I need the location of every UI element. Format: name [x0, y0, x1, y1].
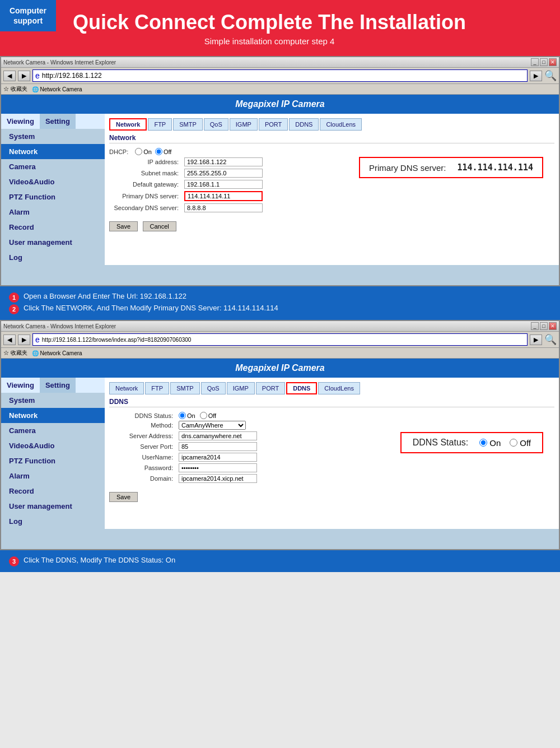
tab-igmp-1[interactable]: IGMP [230, 118, 258, 131]
sidebar-viewing-label-2[interactable]: Viewing [1, 378, 40, 393]
tab-ddns-2[interactable]: DDNS [286, 382, 317, 394]
dhcp-on-radio-1[interactable]: On [135, 148, 152, 155]
instruction-text-2: Click The NETWORK, And Then Modify Prima… [24, 304, 278, 312]
bookmarks-bar-2: ☆ 收藏夹 🌐 Network Camera [1, 348, 559, 359]
tab-network-2[interactable]: Network [109, 382, 144, 394]
ddns-callout-on[interactable]: On [479, 438, 501, 448]
method-select[interactable]: CamAnyWhere [179, 421, 246, 430]
dns-callout-label: Primary DNS server: [369, 163, 446, 173]
sidebar-camera-2[interactable]: Camera [1, 423, 105, 438]
search-icon-1: 🔍 [544, 69, 557, 82]
save-btn-1[interactable]: Save [109, 221, 138, 231]
password-input[interactable] [179, 463, 257, 472]
sidebar-alarm-2[interactable]: Alarm [1, 468, 105, 484]
primary-dns-input-1[interactable] [184, 191, 263, 201]
step-1-circle: 1 [9, 292, 19, 303]
tab-network-1[interactable]: Network [109, 118, 147, 131]
sidebar-ptz-2[interactable]: PTZ Function [1, 453, 105, 468]
close-btn-1[interactable]: ✕ [549, 58, 557, 66]
sidebar-network-2[interactable]: Network [1, 408, 105, 423]
ip-input-1[interactable] [184, 157, 263, 166]
go-btn-1[interactable]: ▶ [530, 71, 542, 81]
cancel-btn-1[interactable]: Cancel [143, 221, 176, 231]
secondary-dns-input-1[interactable] [184, 203, 263, 212]
sidebar-log-2[interactable]: Log [1, 514, 105, 529]
sidebar-videoaudio-2[interactable]: Video&Audio [1, 438, 105, 453]
subnet-input-1[interactable] [184, 169, 263, 178]
sidebar-alarm-1[interactable]: Alarm [1, 205, 105, 220]
sidebar-system-2[interactable]: System [1, 393, 105, 408]
address-input-1[interactable]: e http://192.168.1.122 [32, 69, 528, 82]
server-addr-input[interactable] [179, 431, 257, 440]
forward-btn-1[interactable]: ▶ [18, 71, 30, 81]
sidebar-system-1[interactable]: System [1, 129, 105, 144]
sidebar-network-1[interactable]: Network [1, 144, 105, 159]
ddns-on-radio[interactable]: On [179, 412, 195, 419]
username-input[interactable] [179, 453, 257, 462]
dhcp-label-1: DHCP: [109, 148, 132, 155]
back-btn-1[interactable]: ◀ [3, 71, 16, 81]
tab-port-1[interactable]: PORT [259, 118, 288, 131]
tab-ftp-1[interactable]: FTP [148, 118, 172, 131]
tab-igmp-2[interactable]: IGMP [227, 382, 255, 394]
main-title: Quick Connect Complete The Installation [73, 11, 466, 34]
tab-smtp-1[interactable]: SMTP [173, 118, 203, 131]
instruction-bar-2: 3 Click The DDNS, Modify The DDNS Status… [0, 550, 560, 572]
secondary-dns-label-1: Secondary DNS server: [109, 205, 182, 211]
maximize-btn-2[interactable]: □ [540, 322, 548, 330]
minimize-btn-1[interactable]: _ [531, 58, 539, 66]
camera-body-2: Viewing Setting System Network Camera Vi… [1, 378, 559, 529]
sidebar-setting-label-1[interactable]: Setting [40, 114, 76, 129]
sidebar-record-2[interactable]: Record [1, 484, 105, 499]
section-title-ddns-2: DDNS [109, 398, 554, 407]
domain-input[interactable] [179, 474, 257, 483]
tab-ftp-2[interactable]: FTP [145, 382, 169, 394]
tabs-row-2: Network FTP SMTP QoS IGMP PORT DDNS Clou… [109, 382, 554, 394]
bookmark-2[interactable]: ☆ 收藏夹 [3, 349, 27, 357]
address-input-2[interactable]: e http://192.168.1.122/browse/index.asp?… [32, 333, 528, 346]
ddns-callout-radio: On Off [479, 438, 531, 448]
ddns-callout-off[interactable]: Off [510, 438, 531, 448]
camera-title-1: Megapixel IP Camera [235, 99, 324, 109]
tab-smtp-2[interactable]: SMTP [170, 382, 200, 394]
tab-cloudlens-1[interactable]: CloudLens [320, 118, 362, 131]
ip-label-1: IP address: [109, 159, 182, 165]
tab-qos-2[interactable]: QoS [201, 382, 226, 394]
content-area-1: Network FTP SMTP QoS IGMP PORT DDNS Clou… [105, 114, 559, 265]
sidebar-videoaudio-1[interactable]: Video&Audio [1, 174, 105, 189]
server-addr-label: Server Address: [109, 433, 176, 439]
instruction-item-2: 2 Click The NETWORK, And Then Modify Pri… [9, 304, 551, 314]
bookmark-1[interactable]: ☆ 收藏夹 [3, 85, 27, 93]
sidebar-ptz-1[interactable]: PTZ Function [1, 189, 105, 205]
bookmark-network-camera-1[interactable]: 🌐 Network Camera [32, 86, 82, 92]
sidebar-viewing-row-2: Viewing Setting [1, 378, 105, 393]
forward-btn-2[interactable]: ▶ [18, 334, 30, 345]
address-bar-2: e http://192.168.1.122/browse/index.asp?… [32, 333, 528, 346]
header-section: Computer support Quick Connect Complete … [0, 0, 560, 56]
sidebar-record-1[interactable]: Record [1, 220, 105, 235]
maximize-btn-1[interactable]: □ [540, 58, 548, 66]
tab-port-2[interactable]: PORT [256, 382, 285, 394]
tab-ddns-1[interactable]: DDNS [289, 118, 319, 131]
content-area-2: Network FTP SMTP QoS IGMP PORT DDNS Clou… [105, 378, 559, 529]
server-port-input[interactable] [179, 442, 257, 451]
dhcp-off-radio-1[interactable]: Off [155, 148, 171, 155]
tab-qos-1[interactable]: QoS [204, 118, 228, 131]
gateway-input-1[interactable] [184, 180, 263, 189]
save-btn-2[interactable]: Save [109, 492, 138, 502]
minimize-btn-2[interactable]: _ [531, 322, 539, 330]
sidebar-log-1[interactable]: Log [1, 250, 105, 265]
bookmark-network-camera-2[interactable]: 🌐 Network Camera [32, 350, 82, 356]
sidebar-viewing-label-1[interactable]: Viewing [1, 114, 40, 129]
step-3-circle: 3 [9, 556, 19, 566]
ddns-off-radio[interactable]: Off [200, 412, 216, 419]
close-btn-2[interactable]: ✕ [549, 322, 557, 330]
password-label: Password: [109, 464, 176, 471]
tab-cloudlens-2[interactable]: CloudLens [318, 382, 360, 394]
sidebar-setting-label-2[interactable]: Setting [40, 378, 76, 393]
back-btn-2[interactable]: ◀ [3, 334, 16, 345]
go-btn-2[interactable]: ▶ [530, 334, 542, 345]
sidebar-usermgmt-2[interactable]: User management [1, 499, 105, 514]
sidebar-usermgmt-1[interactable]: User management [1, 235, 105, 250]
sidebar-camera-1[interactable]: Camera [1, 159, 105, 174]
